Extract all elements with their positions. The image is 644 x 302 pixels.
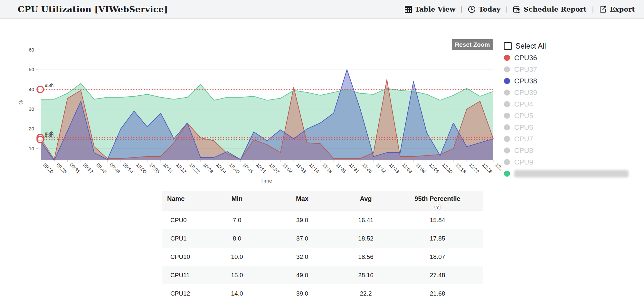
select-all-toggle[interactable]: Select All — [504, 41, 639, 51]
percentile-marker-icon — [37, 86, 43, 93]
cpu-name-cell: CPU12 — [162, 290, 210, 297]
x-tick-label: 11:59 — [415, 162, 427, 174]
legend-dot-icon — [504, 66, 510, 72]
cpu-name-cell: CPU1 — [162, 235, 210, 242]
x-tick-label: 11:36 — [362, 162, 374, 174]
x-tick-label: 10:34 — [215, 162, 228, 175]
x-tick-label: 10:40 — [228, 162, 241, 175]
legend-item-CPU4[interactable]: CPU4 — [504, 100, 639, 108]
x-tick-label: 12:33 — [495, 162, 502, 175]
value-cell: 37.0 — [264, 235, 340, 242]
legend-label: CPU36 — [514, 54, 537, 62]
x-tick-label: 11:48 — [388, 162, 400, 174]
value-cell: 28.16 — [340, 272, 392, 279]
legend-item-CPU8[interactable]: CPU8 — [504, 147, 639, 154]
column-header-name: Name — [162, 191, 210, 211]
top-header-bar: CPU Utilization [VIWebService] Table Vie… — [0, 0, 644, 19]
legend-item-redacted[interactable] — [504, 170, 639, 177]
toolbar-separator: | — [506, 5, 507, 13]
y-tick-label: 30 — [29, 106, 34, 112]
value-cell: 16.41 — [340, 217, 392, 224]
value-cell: 15.84 — [392, 217, 483, 224]
select-all-checkbox[interactable] — [504, 42, 512, 50]
y-tick-label: 40 — [29, 87, 34, 92]
x-tick-label: 11:02 — [282, 162, 294, 174]
value-cell: 18.56 — [340, 253, 392, 260]
legend-dot-icon — [504, 90, 510, 96]
table-view-button[interactable]: Table View — [405, 5, 455, 13]
series-legend: Select All CPU36CPU37CPU38CPU39CPU4CPU5C… — [504, 41, 639, 182]
help-icon[interactable]: ? — [434, 204, 441, 210]
legend-item-CPU9[interactable]: CPU9 — [504, 158, 639, 166]
x-tick-label: 09:26 — [55, 162, 68, 175]
x-tick-label: 11:08 — [295, 162, 307, 174]
legend-label: CPU9 — [514, 158, 533, 166]
value-cell: 7.0 — [210, 217, 264, 224]
x-tick-label: 11:42 — [375, 162, 387, 174]
percentile-marker-icon — [37, 136, 43, 143]
cpu-utilization-chart[interactable]: 10203040506095th95th95th09:2009:2609:310… — [0, 19, 502, 200]
legend-dot-icon — [504, 171, 510, 177]
x-axis-title: Time — [260, 178, 272, 184]
x-tick-label: 12:05 — [428, 162, 440, 175]
export-button[interactable]: Export — [599, 5, 635, 13]
column-header-max: Max — [264, 191, 340, 211]
legend-item-CPU36[interactable]: CPU36 — [504, 54, 639, 61]
page-title: CPU Utilization [VIWebService] — [18, 5, 168, 14]
cpu-name-cell: CPU10 — [162, 253, 210, 260]
legend-item-CPU39[interactable]: CPU39 — [504, 89, 639, 96]
x-tick-label: 10:51 — [255, 162, 268, 175]
legend-item-CPU7[interactable]: CPU7 — [504, 135, 639, 143]
x-tick-label: 09:48 — [109, 162, 121, 175]
value-cell: 17.85 — [392, 235, 483, 242]
legend-label: CPU39 — [514, 89, 537, 97]
y-axis-title: % — [18, 100, 24, 104]
legend-dot-icon — [504, 101, 510, 107]
legend-dot-icon — [504, 55, 510, 61]
column-header-min: Min — [210, 191, 264, 211]
legend-item-CPU38[interactable]: CPU38 — [504, 77, 639, 85]
value-cell: 10.0 — [210, 253, 264, 260]
y-tick-label: 60 — [29, 47, 34, 52]
legend-label: CPU37 — [514, 65, 537, 74]
cpu-stats-table: NameMinMaxAvg95th Percentile? CPU07.039.… — [162, 191, 483, 302]
legend-dot-icon — [504, 113, 510, 119]
value-cell: 14.0 — [210, 290, 264, 297]
x-tick-label: 10:22 — [188, 162, 201, 175]
x-tick-label: 10:28 — [202, 162, 214, 175]
x-tick-label: 09:43 — [95, 162, 108, 175]
today-button[interactable]: Today — [468, 5, 500, 13]
legend-dot-icon — [504, 124, 510, 130]
legend-item-CPU5[interactable]: CPU5 — [504, 112, 639, 119]
schedule-report-button[interactable]: Schedule Report — [513, 5, 586, 13]
legend-item-CPU6[interactable]: CPU6 — [504, 124, 639, 131]
select-all-label: Select All — [516, 42, 546, 51]
legend-label: CPU38 — [514, 77, 537, 85]
legend-label: CPU5 — [514, 112, 533, 120]
legend-list: CPU36CPU37CPU38CPU39CPU4CPU5CPU6CPU7CPU8… — [504, 54, 639, 177]
x-tick-label: 09:31 — [69, 162, 81, 175]
cpu-chart: 10203040506095th95th95th09:2009:2609:310… — [0, 19, 502, 200]
value-cell: 8.0 — [210, 235, 264, 242]
y-tick-label: 20 — [29, 126, 34, 131]
x-tick-label: 11:14 — [308, 162, 320, 174]
value-cell: 22.2 — [340, 290, 392, 297]
x-tick-label: 09:20 — [42, 162, 55, 175]
x-tick-label: 10:05 — [148, 162, 161, 175]
value-cell: 27.48 — [392, 272, 483, 279]
legend-item-CPU37[interactable]: CPU37 — [504, 66, 639, 73]
table-row: CPU07.039.016.4115.84 — [162, 211, 483, 229]
reset-zoom-button[interactable]: Reset Zoom — [452, 39, 493, 50]
y-tick-label: 50 — [29, 67, 34, 72]
value-cell: 39.0 — [264, 290, 340, 297]
table-row: CPU1115.049.028.1627.48 — [162, 266, 483, 284]
column-header-avg: Avg — [340, 191, 392, 211]
x-tick-label: 09:54 — [122, 162, 135, 175]
legend-label: CPU4 — [514, 100, 533, 109]
x-tick-label: 11:19 — [322, 162, 334, 174]
percentile-label: 95th — [45, 133, 53, 138]
x-tick-label: 10:00 — [135, 162, 148, 175]
legend-label: CPU6 — [514, 123, 533, 132]
x-tick-label: 10:17 — [175, 162, 188, 175]
value-cell: 49.0 — [264, 272, 340, 279]
